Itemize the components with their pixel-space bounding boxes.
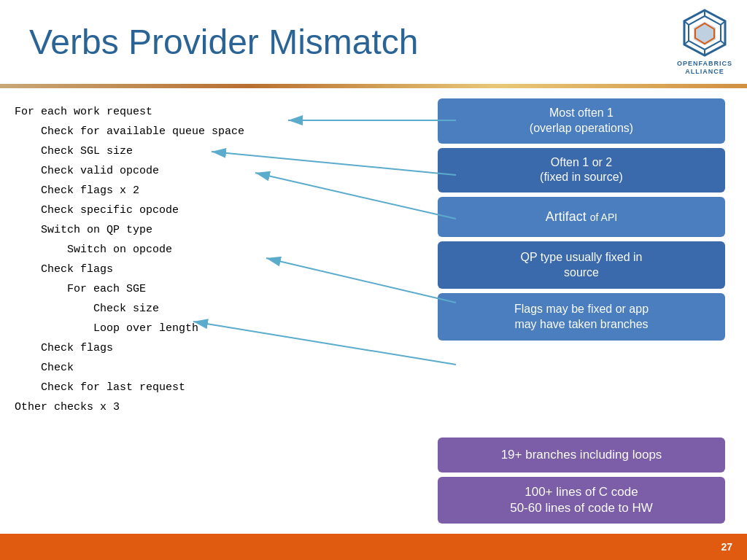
callout-5: Flags may be fixed or appmay have taken … [438, 293, 725, 341]
code-area: For each work request Check for availabl… [15, 98, 438, 526]
page-number: 27 [721, 541, 732, 553]
code-line-15: Other checks x 3 [15, 397, 438, 417]
header: Verbs Provider Mismatch [0, 0, 747, 84]
code-line-2: Check SGL size [15, 141, 438, 161]
logo-icon [679, 7, 730, 58]
callout-4: QP type usually fixed insource [438, 241, 725, 289]
page-title: Verbs Provider Mismatch [29, 22, 419, 62]
code-line-5: Check specific opcode [15, 201, 438, 220]
code-line-1: Check for available queue space [15, 122, 438, 141]
logo-area: OPENFABRICS ALLIANCE [677, 7, 732, 76]
main-content: For each work request Check for availabl… [0, 88, 747, 534]
code-line-14: Check for last request [15, 378, 438, 397]
callout-7-text: 100+ lines of C code50-60 lines of code … [510, 484, 653, 516]
code-line-6: Switch on QP type [15, 220, 438, 240]
callout-4-text: QP type usually fixed insource [521, 250, 643, 281]
code-line-9: For each SGE [15, 279, 438, 299]
callout-7: 100+ lines of C code50-60 lines of code … [438, 477, 725, 524]
logo-text: OPENFABRICS ALLIANCE [677, 60, 732, 76]
callout-1-text: Most often 1(overlap operations) [530, 106, 633, 136]
code-line-11: Loop over length [15, 319, 438, 338]
callout-6-text: 19+ branches including loops [501, 447, 662, 463]
callout-2-text: Often 1 or 2(fixed in source) [540, 155, 623, 186]
callout-5-text: Flags may be fixed or appmay have taken … [514, 302, 649, 332]
bottom-bar: 27 [0, 534, 747, 560]
code-line-12: Check flags [15, 338, 438, 358]
callout-1: Most often 1(overlap operations) [438, 98, 725, 144]
callout-3-text: Artifact of API [546, 209, 617, 225]
code-line-8: Check flags [15, 260, 438, 279]
svg-marker-2 [694, 22, 716, 45]
code-line-7: Switch on opcode [15, 240, 438, 260]
code-line-10: Check size [15, 299, 438, 319]
code-line-4: Check flags x 2 [15, 181, 438, 201]
decorative-line [0, 84, 747, 88]
code-line-0: For each work request [15, 102, 438, 122]
callouts-panel: Most often 1(overlap operations) Often 1… [438, 98, 725, 526]
callout-3: Artifact of API [438, 197, 725, 237]
code-line-13: Check [15, 358, 438, 378]
code-line-3: Check valid opcode [15, 161, 438, 181]
callout-6: 19+ branches including loops [438, 438, 725, 472]
callout-2: Often 1 or 2(fixed in source) [438, 148, 725, 193]
